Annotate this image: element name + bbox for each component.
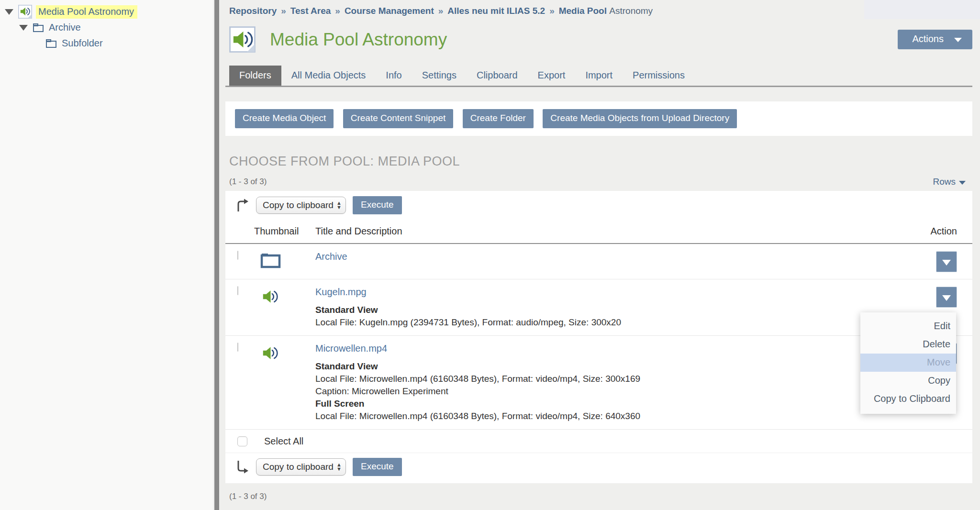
menu-item-edit[interactable]: Edit <box>860 317 956 335</box>
tree-item-label[interactable]: Archive <box>49 22 81 33</box>
media-object-icon <box>259 343 281 363</box>
tab-clipboard[interactable]: Clipboard <box>467 66 528 86</box>
page-title: Media Pool Astronomy <box>270 30 898 50</box>
select-stepper-icon: ▲▼ <box>336 201 342 210</box>
tab-import[interactable]: Import <box>575 66 623 86</box>
column-title-description: Title and Description <box>315 226 913 237</box>
table-row: Archive <box>225 244 972 279</box>
table-row: Kugeln.mpg Standard View Local File: Kug… <box>225 279 972 336</box>
application-window: Media Pool Astronomy Archive Subfolder R… <box>0 0 980 510</box>
main-content: Repository»Test Area»Course Management»A… <box>220 0 980 510</box>
arrow-down-right-icon <box>235 459 249 475</box>
table-header-row: Thumbnail Title and Description Action <box>225 219 972 244</box>
row-title-link[interactable]: Kugeln.mpg <box>315 287 367 298</box>
create-media-object-button[interactable]: Create Media Object <box>235 109 334 128</box>
detail-line: Caption: Microwellen Experiment <box>315 385 913 398</box>
create-toolbar: Create Media Object Create Content Snipp… <box>225 101 972 136</box>
row-checkbox[interactable] <box>237 251 238 260</box>
result-range: (1 - 3 of 3) <box>229 177 933 187</box>
tab-folders[interactable]: Folders <box>229 66 281 86</box>
tree-item-subfolder[interactable]: Subfolder <box>0 35 213 51</box>
breadcrumb-current-bold: Media Pool <box>559 6 607 16</box>
tree-item-label[interactable]: Subfolder <box>62 38 103 49</box>
pool-section-heading: CHOOSE FROM POOL: MEDIA POOL <box>229 154 972 169</box>
tree-item-media-pool[interactable]: Media Pool Astronomy <box>0 4 213 20</box>
row-action-button[interactable] <box>936 251 957 272</box>
create-content-snippet-button[interactable]: Create Content Snippet <box>343 109 454 128</box>
chevron-down-icon <box>942 260 951 266</box>
result-range-bottom: (1 - 3 of 3) <box>229 492 972 501</box>
tab-all-media-objects[interactable]: All Media Objects <box>281 66 376 86</box>
breadcrumb-separator: » <box>281 6 286 16</box>
tree-collapse-caret-icon[interactable] <box>5 9 13 15</box>
breadcrumb-link[interactable]: Alles neu mit ILIAS 5.2 <box>447 6 545 16</box>
media-object-icon <box>259 287 281 307</box>
execute-button[interactable]: Execute <box>353 458 402 476</box>
column-action: Action <box>913 226 957 237</box>
row-checkbox[interactable] <box>237 286 238 295</box>
execute-button[interactable]: Execute <box>353 196 402 214</box>
row-title-link[interactable]: Archive <box>315 251 347 262</box>
action-context-menu: Edit Delete Move Copy Copy to Clipboard <box>860 312 956 414</box>
create-folder-button[interactable]: Create Folder <box>463 109 534 128</box>
folder-icon <box>45 38 57 49</box>
actions-button-label: Actions <box>912 33 944 44</box>
detail-line: Local File: Microwellen.mp4 (6160348 Byt… <box>315 410 913 422</box>
breadcrumb-separator: » <box>335 6 340 16</box>
page-header: Media Pool Astronomy Actions <box>229 26 972 53</box>
menu-item-move[interactable]: Move <box>860 354 956 372</box>
create-from-upload-directory-button[interactable]: Create Media Objects from Upload Directo… <box>543 109 737 128</box>
rows-menu[interactable]: Rows <box>933 177 966 187</box>
tree-collapse-caret-icon[interactable] <box>19 25 28 31</box>
tab-export[interactable]: Export <box>528 66 576 86</box>
breadcrumb-link[interactable]: Test Area <box>290 6 331 16</box>
bulk-action-select[interactable]: Copy to clipboard ▲▼ <box>256 197 346 214</box>
bulk-actions-bottom: Copy to clipboard ▲▼ Execute <box>225 453 972 483</box>
row-title-link[interactable]: Microwellen.mp4 <box>315 343 387 354</box>
tab-info[interactable]: Info <box>376 66 412 86</box>
chevron-down-icon <box>954 38 962 42</box>
pool-table: Copy to clipboard ▲▼ Execute Thumbnail T… <box>225 191 972 483</box>
select-all-checkbox[interactable] <box>237 436 247 446</box>
row-details: Standard View Local File: Kugeln.mpg (23… <box>315 304 913 329</box>
breadcrumb-link[interactable]: Course Management <box>345 6 434 16</box>
detail-line: Local File: Kugeln.mpg (2394731 Bytes), … <box>315 316 913 329</box>
bulk-action-select-value: Copy to clipboard <box>263 200 334 211</box>
detail-line: Full Screen <box>315 398 913 410</box>
column-thumbnail: Thumbnail <box>254 226 315 237</box>
breadcrumb-link[interactable]: Repository <box>229 6 277 16</box>
rows-menu-label: Rows <box>933 177 956 187</box>
arrow-up-right-icon <box>235 198 249 213</box>
tree-scrollbar[interactable] <box>213 0 220 510</box>
repository-tree: Media Pool Astronomy Archive Subfolder <box>0 0 213 510</box>
select-all-label: Select All <box>264 436 303 447</box>
row-details: Standard View Local File: Microwellen.mp… <box>315 360 913 422</box>
folder-icon <box>260 251 281 269</box>
row-action-button[interactable] <box>936 287 957 308</box>
chevron-down-icon <box>959 181 966 185</box>
tab-bar: Folders All Media Objects Info Settings … <box>225 66 972 87</box>
tree-item-label[interactable]: Media Pool Astronomy <box>36 5 137 19</box>
bulk-action-select-value: Copy to clipboard <box>263 462 334 472</box>
menu-item-delete[interactable]: Delete <box>860 335 956 354</box>
tree-scrollbar-thumb[interactable] <box>214 0 219 510</box>
media-pool-icon <box>18 5 32 19</box>
breadcrumb: Repository»Test Area»Course Management»A… <box>229 6 972 16</box>
bulk-actions-top: Copy to clipboard ▲▼ Execute <box>225 191 972 219</box>
detail-line: Local File: Microwellen.mp4 (6160348 Byt… <box>315 373 913 385</box>
table-meta-row: (1 - 3 of 3) Rows <box>229 177 972 187</box>
detail-line: Standard View <box>315 304 913 316</box>
row-checkbox[interactable] <box>237 343 238 352</box>
tab-permissions[interactable]: Permissions <box>623 66 695 86</box>
actions-button[interactable]: Actions <box>898 30 972 49</box>
header-strip <box>864 0 980 19</box>
breadcrumb-separator: » <box>438 6 444 16</box>
menu-item-copy-to-clipboard[interactable]: Copy to Clipboard <box>860 390 956 408</box>
breadcrumb-current: Astronomy <box>609 6 653 16</box>
tab-settings[interactable]: Settings <box>412 66 467 86</box>
menu-item-copy[interactable]: Copy <box>860 372 956 390</box>
breadcrumb-separator: » <box>549 6 555 16</box>
bulk-action-select[interactable]: Copy to clipboard ▲▼ <box>256 458 346 476</box>
select-stepper-icon: ▲▼ <box>336 463 342 471</box>
tree-item-archive[interactable]: Archive <box>0 20 213 35</box>
